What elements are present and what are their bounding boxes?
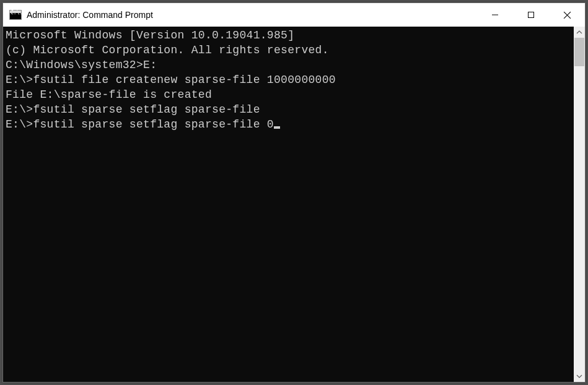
window-controls [477, 3, 585, 27]
maximize-icon [527, 11, 535, 19]
terminal-output[interactable]: Microsoft Windows [Version 10.0.19041.98… [3, 27, 574, 382]
terminal-line: E:\>fsutil file createnew sparse-file 10… [6, 72, 571, 87]
minimize-button[interactable] [477, 3, 513, 27]
maximize-button[interactable] [513, 3, 549, 27]
titlebar[interactable]: C:\. Administrator: Command Prompt [3, 3, 585, 27]
chevron-down-icon [576, 373, 582, 379]
close-button[interactable] [549, 3, 585, 27]
terminal-line: (c) Microsoft Corporation. All rights re… [6, 43, 571, 58]
terminal-line: C:\Windows\system32>E: [6, 58, 571, 72]
terminal-line: File E:\sparse-file is created [6, 87, 571, 102]
vertical-scrollbar[interactable] [574, 27, 585, 382]
scrollbar-track[interactable] [574, 38, 585, 371]
close-icon [563, 11, 571, 19]
chevron-up-icon [576, 29, 582, 35]
terminal-line: E:\>fsutil sparse setflag sparse-file 0 [6, 117, 571, 132]
app-icon: C:\. [9, 9, 22, 20]
scrollbar-thumb[interactable] [574, 38, 584, 66]
window-title: Administrator: Command Prompt [27, 10, 153, 20]
text-cursor [274, 126, 280, 129]
cmd-icon: C:\. [9, 10, 22, 20]
terminal-line: E:\>fsutil sparse setflag sparse-file [6, 102, 571, 117]
client-area: Microsoft Windows [Version 10.0.19041.98… [3, 27, 585, 382]
scroll-down-button[interactable] [574, 371, 585, 382]
scroll-up-button[interactable] [574, 27, 585, 38]
minimize-icon [491, 11, 499, 19]
svg-rect-1 [529, 12, 534, 18]
command-prompt-window: C:\. Administrator: Command Prompt [2, 2, 586, 383]
terminal-line: Microsoft Windows [Version 10.0.19041.98… [6, 28, 571, 43]
